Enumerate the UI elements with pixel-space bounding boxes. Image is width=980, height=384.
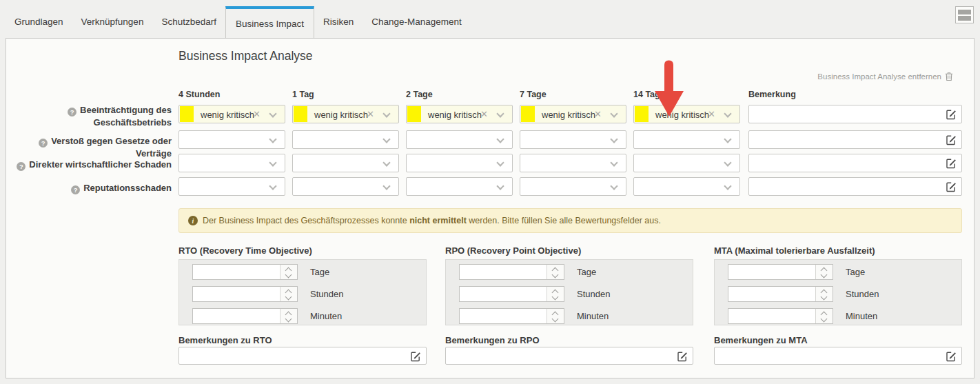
tab-change-management[interactable]: Change-Management (363, 17, 471, 38)
spinner-buttons[interactable] (547, 309, 564, 323)
spinner-buttons[interactable] (815, 287, 833, 301)
impact-dropdown-r0-c2[interactable]: wenig kritisch ✕ (406, 105, 513, 123)
impact-dropdown-r0-c3[interactable]: wenig kritisch ✕ (520, 105, 626, 123)
rto-stunden-input[interactable] (194, 287, 277, 301)
impact-dropdown-r1-c1[interactable] (292, 130, 399, 149)
rpo-tage-input[interactable] (461, 265, 544, 279)
impact-dropdown-r2-c3[interactable] (520, 154, 626, 172)
chevron-down-icon (496, 159, 504, 166)
impact-dropdown-r1-c2[interactable] (406, 130, 513, 149)
layout-icon (958, 10, 971, 14)
impact-dropdown-r0-c1[interactable]: wenig kritisch ✕ (292, 105, 399, 123)
row-label-text: Reputationsschaden (83, 183, 172, 193)
rto-notes-field (178, 347, 427, 365)
help-icon[interactable]: ? (39, 139, 48, 148)
mta-notes-field (714, 347, 962, 365)
col-header-2-tage: 2 Tage (406, 90, 433, 99)
spinner-buttons[interactable] (815, 309, 833, 323)
spinner-buttons[interactable] (280, 309, 297, 323)
mta-stunden-input[interactable] (730, 287, 813, 301)
impact-dropdown-r0-c0[interactable]: wenig kritisch ✕ (178, 105, 285, 123)
impact-dropdown-r1-c3[interactable] (520, 130, 626, 149)
help-icon[interactable]: ? (71, 185, 80, 194)
edit-icon[interactable] (946, 351, 957, 362)
row-label-reputationsschaden: ?Reputationsschaden (13, 182, 172, 194)
spinner-buttons[interactable] (547, 265, 564, 279)
chevron-down-icon (724, 110, 731, 117)
clear-icon[interactable]: ✕ (253, 109, 261, 119)
chevron-down-icon (496, 110, 504, 117)
edit-icon[interactable] (410, 351, 421, 362)
rto-panel: Tage Stunden Minuten (178, 259, 427, 325)
col-header-7-tage: 7 Tage (520, 90, 547, 99)
clear-icon[interactable]: ✕ (594, 109, 602, 119)
help-icon[interactable]: ? (17, 162, 25, 171)
bemerkung-input[interactable] (751, 107, 939, 121)
clear-icon[interactable]: ✕ (480, 109, 488, 119)
edit-icon[interactable] (946, 134, 957, 145)
tab-grundlagen[interactable]: Grundlagen (6, 17, 72, 38)
spinner-buttons[interactable] (280, 287, 297, 301)
impact-dropdown-r3-c4[interactable] (633, 177, 740, 196)
remove-bia-link[interactable]: Business Impact Analyse entfernen (817, 72, 953, 81)
row-label-wirtschaftlicher-schaden: ?Direkter wirtschaftlicher Schaden (13, 159, 172, 171)
bemerkung-input[interactable] (751, 156, 939, 170)
impact-dropdown-r2-c1[interactable] (292, 154, 399, 172)
rto-notes-input[interactable] (181, 349, 403, 363)
impact-dropdown-r2-c0[interactable] (178, 154, 285, 172)
rating-color-swatch (521, 106, 535, 122)
chevron-down-icon (269, 182, 276, 190)
spinner-buttons[interactable] (815, 265, 833, 279)
impact-dropdown-r3-c0[interactable] (178, 177, 285, 196)
rpo-notes-input[interactable] (448, 349, 670, 363)
rpo-stunden-input[interactable] (461, 287, 544, 301)
rto-tage-input[interactable] (194, 265, 277, 279)
edit-icon[interactable] (677, 351, 688, 362)
mta-notes-input[interactable] (717, 349, 939, 363)
banner-text-prefix: Der Business Impact des Geschäftsprozess… (203, 216, 409, 225)
unit-label-tage: Tage (310, 267, 329, 277)
rpo-stunden-stepper (459, 286, 564, 302)
tab-risiken[interactable]: Risiken (314, 17, 363, 38)
impact-dropdown-r3-c2[interactable] (406, 177, 513, 196)
banner-text-suffix: werden. Bitte füllen Sie alle Bewertungs… (467, 216, 661, 225)
edit-icon[interactable] (946, 158, 957, 169)
mta-tage-input[interactable] (730, 265, 813, 279)
rto-title: RTO (Recovery Time Objective) (178, 245, 312, 256)
bemerkung-input[interactable] (751, 179, 939, 194)
chevron-down-icon (382, 182, 390, 190)
bemerkung-input[interactable] (751, 132, 939, 147)
tab-verknuepfungen[interactable]: Verknüpfungen (72, 17, 153, 38)
tab-business-impact[interactable]: Business Impact (225, 6, 314, 38)
unit-label-stunden: Stunden (846, 289, 879, 299)
tab-schutzbedarf[interactable]: Schutzbedarf (152, 17, 225, 38)
col-header-bemerkung: Bemerkung (748, 90, 796, 99)
impact-dropdown-r2-c2[interactable] (406, 154, 513, 172)
layout-toggle-button[interactable] (955, 6, 974, 23)
impact-dropdown-r3-c1[interactable] (292, 177, 399, 196)
spinner-buttons[interactable] (547, 287, 564, 301)
chevron-down-icon (496, 182, 504, 190)
chevron-down-icon (382, 159, 390, 166)
impact-dropdown-r0-c4[interactable]: wenig kritisch ✕ (633, 105, 740, 123)
clear-icon[interactable]: ✕ (708, 109, 715, 119)
mta-minuten-input[interactable] (730, 310, 813, 323)
edit-icon[interactable] (946, 109, 957, 120)
chevron-down-icon (610, 159, 617, 166)
spinner-buttons[interactable] (280, 265, 297, 279)
impact-dropdown-r1-c4[interactable] (633, 130, 740, 149)
rpo-minuten-input[interactable] (461, 310, 544, 323)
help-icon[interactable]: ? (68, 108, 76, 117)
clear-icon[interactable]: ✕ (367, 109, 374, 119)
impact-dropdown-r2-c4[interactable] (633, 154, 740, 172)
rto-minuten-input[interactable] (194, 310, 277, 323)
impact-dropdown-r1-c0[interactable] (178, 130, 285, 149)
impact-dropdown-r3-c3[interactable] (520, 177, 626, 196)
unit-label-stunden: Stunden (577, 289, 610, 299)
edit-icon[interactable] (946, 181, 957, 192)
rto-tage-stepper (192, 264, 298, 280)
row-label-text: Direkter wirtschaftlicher Schaden (29, 159, 172, 170)
spinner-down-icon (552, 294, 559, 301)
unit-label-minuten: Minuten (310, 311, 342, 321)
mta-stunden-stepper (728, 286, 833, 302)
